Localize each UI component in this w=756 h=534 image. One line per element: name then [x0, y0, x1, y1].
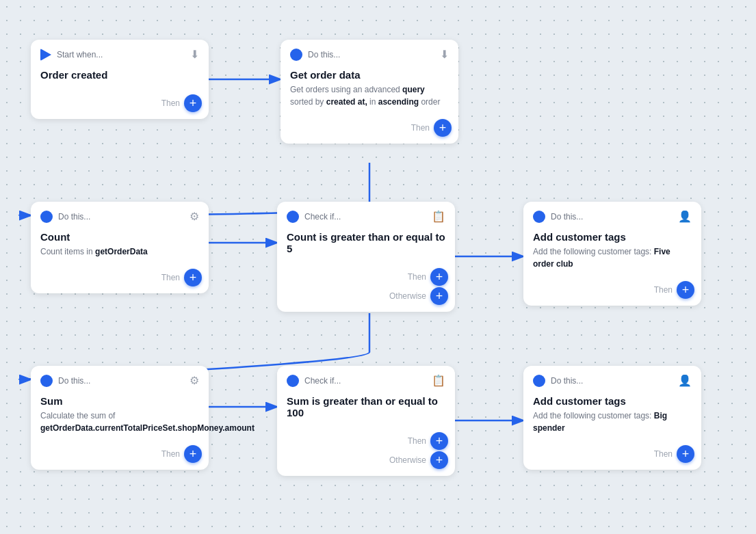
check-count-dot: [287, 211, 299, 223]
sum-dot: [40, 375, 53, 387]
get-order-desc: Get orders using an advanced query sorte…: [290, 83, 449, 108]
check-count-otherwise-button[interactable]: +: [430, 287, 448, 305]
check-sum-dot: [287, 375, 299, 387]
count-settings-icon[interactable]: ⚙: [190, 210, 199, 223]
sum-label: Do this...: [58, 376, 90, 386]
count-dot: [40, 211, 53, 223]
add-tags-2-dot: [533, 375, 545, 387]
add-tags-2-footer-label: Then: [654, 449, 673, 459]
check-sum-otherwise-button[interactable]: +: [430, 451, 448, 469]
card-check-sum: Check if... 📋 Sum is greater than or equ…: [277, 366, 455, 476]
sum-footer-label: Then: [161, 449, 180, 459]
check-sum-otherwise-label: Otherwise: [389, 455, 426, 465]
get-order-title: Get order data: [290, 69, 449, 81]
check-count-title: Count is greater than or equal to 5: [287, 231, 445, 254]
check-sum-title: Sum is greater than or equal to 100: [287, 395, 445, 418]
add-tags-1-desc: Add the following customer tags: Five or…: [533, 245, 692, 270]
check-sum-clipboard-icon[interactable]: 📋: [432, 374, 445, 387]
get-order-label: Do this...: [308, 50, 340, 59]
count-footer-label: Then: [161, 273, 180, 282]
check-count-otherwise-label: Otherwise: [389, 291, 426, 301]
count-label: Do this...: [58, 212, 90, 222]
sum-desc: Calculate the sum of getOrderData.curren…: [40, 410, 199, 434]
check-sum-then-button[interactable]: +: [430, 432, 448, 450]
start-download-icon[interactable]: ⬇: [190, 48, 199, 61]
get-order-download-icon[interactable]: ⬇: [440, 48, 449, 61]
start-title: Order created: [40, 69, 199, 81]
add-tags-2-title: Add customer tags: [533, 395, 692, 407]
check-count-label: Check if...: [304, 212, 341, 222]
start-label: Start when...: [57, 50, 103, 59]
add-tags-1-person-icon[interactable]: 👤: [678, 210, 692, 223]
add-tags-2-person-icon[interactable]: 👤: [678, 374, 692, 387]
card-start: Start when... ⬇ Order created Then +: [31, 40, 209, 119]
check-sum-label: Check if...: [304, 376, 341, 386]
card-add-tags-2: Do this... 👤 Add customer tags Add the f…: [523, 366, 701, 470]
check-sum-then-label: Then: [408, 436, 426, 446]
card-count: Do this... ⚙ Count Count items in getOrd…: [31, 202, 209, 293]
check-count-then-label: Then: [408, 272, 426, 282]
card-add-tags-1: Do this... 👤 Add customer tags Add the f…: [523, 202, 701, 306]
count-desc: Count items in getOrderData: [40, 245, 199, 258]
start-footer-label: Then: [161, 98, 180, 108]
get-order-add-button[interactable]: +: [434, 119, 452, 137]
card-get-order: Do this... ⬇ Get order data Get orders u…: [281, 40, 458, 144]
add-tags-1-title: Add customer tags: [533, 231, 692, 243]
card-sum: Do this... ⚙ Sum Calculate the sum of ge…: [31, 366, 209, 470]
sum-settings-icon[interactable]: ⚙: [190, 374, 199, 387]
add-tags-2-desc: Add the following customer tags: Big spe…: [533, 410, 692, 434]
add-tags-1-label: Do this...: [551, 212, 583, 222]
check-count-clipboard-icon[interactable]: 📋: [432, 210, 445, 223]
count-title: Count: [40, 231, 199, 243]
start-icon: [40, 49, 51, 61]
sum-add-button[interactable]: +: [184, 445, 202, 463]
check-count-then-button[interactable]: +: [430, 268, 448, 286]
get-order-footer-label: Then: [411, 123, 430, 133]
count-add-button[interactable]: +: [184, 269, 202, 286]
add-tags-1-footer-label: Then: [654, 285, 673, 295]
add-tags-1-add-button[interactable]: +: [677, 281, 694, 299]
card-check-count: Check if... 📋 Count is greater than or e…: [277, 202, 455, 312]
start-add-button[interactable]: +: [184, 94, 202, 112]
add-tags-1-dot: [533, 211, 545, 223]
add-tags-2-add-button[interactable]: +: [677, 445, 694, 463]
add-tags-2-label: Do this...: [551, 376, 583, 386]
get-order-dot: [290, 49, 302, 61]
sum-title: Sum: [40, 395, 199, 407]
